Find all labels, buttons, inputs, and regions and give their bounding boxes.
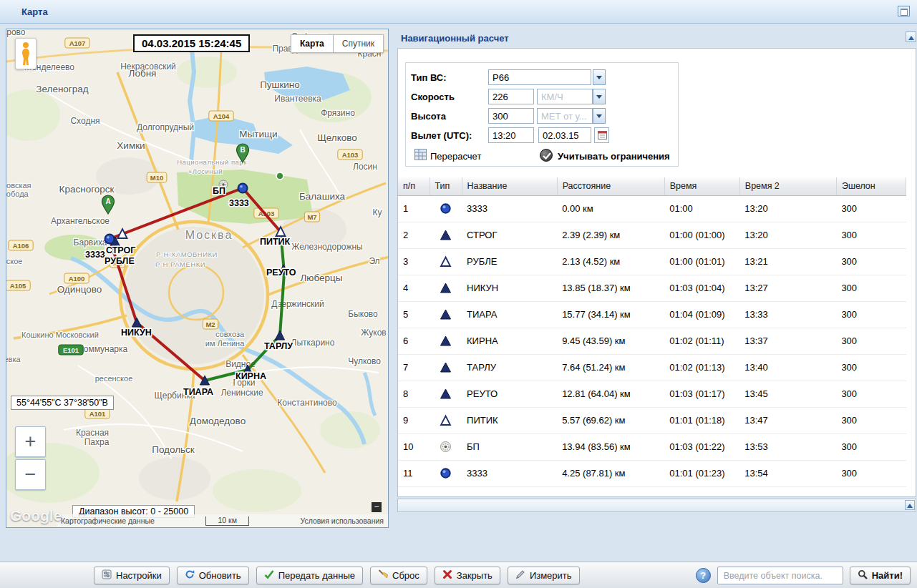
road-badge: М2	[203, 319, 218, 329]
recalculate-link[interactable]: Перерасчет	[430, 151, 481, 162]
map-marker-dot[interactable]	[105, 235, 115, 244]
refresh-button[interactable]: Обновить	[177, 567, 249, 584]
table-row[interactable]: 8РЕУТО12.81 (64.04) км01:03 (01:17)13:45…	[398, 381, 906, 407]
altitude-unit-field[interactable]	[537, 108, 593, 124]
map-view-button[interactable]: Карта	[291, 34, 334, 53]
map-town-label: Барвиха	[74, 237, 107, 248]
help-icon[interactable]: ?	[696, 568, 711, 583]
cell-index: 8	[398, 381, 430, 407]
table-row[interactable]: 9ПИТИК5.57 (69.62) км01:01 (01:18)13:473…	[398, 407, 906, 433]
waypoint-label: СТРОГ	[106, 245, 135, 255]
cell-time: 01:03 (01:22)	[664, 433, 739, 460]
aircraft-type-input[interactable]	[488, 69, 591, 85]
map-marker-dot[interactable]	[238, 184, 248, 193]
col-type[interactable]: Тип	[430, 177, 462, 195]
scroll-up-button[interactable]	[906, 31, 916, 42]
table-row[interactable]: 5ТИАРА15.77 (34.14) км01:04 (01:09)13:33…	[398, 301, 906, 328]
find-button[interactable]: Найти!	[850, 567, 911, 584]
table-row[interactable]: 6КИРНА9.45 (43.59) км01:02 (01:11)13:373…	[398, 328, 906, 354]
col-distance[interactable]: Расстояние	[557, 177, 664, 195]
search-input[interactable]	[717, 567, 843, 584]
cell-name: ТАРЛУ	[462, 354, 557, 381]
pegman-icon[interactable]	[15, 38, 37, 69]
speed-unit-field[interactable]	[537, 89, 593, 104]
cell-distance: 7.64 (51.24) км	[557, 354, 664, 381]
map-town-label: Мытищи	[239, 129, 277, 139]
cell-level: 300	[836, 222, 906, 248]
zoom-out-button[interactable]: −	[15, 459, 46, 490]
speed-input[interactable]	[488, 89, 534, 104]
map-canvas[interactable]: СофриноКраснаровоНекрасовскийПравдинский…	[6, 29, 389, 528]
svg-text:A: A	[105, 197, 110, 205]
map-town-label: Красногорск	[59, 184, 115, 195]
altitude-unit-dropdown[interactable]	[593, 108, 606, 124]
altitude-input[interactable]	[488, 108, 534, 124]
departure-time-input[interactable]	[488, 127, 534, 143]
speed-unit-dropdown[interactable]	[593, 89, 606, 104]
road-badge: А105	[6, 280, 30, 290]
svg-text:М7: М7	[307, 213, 316, 221]
svg-text:А107: А107	[69, 39, 86, 47]
map-panel[interactable]: СофриноКраснаровоНекрасовскийПравдинский…	[6, 29, 389, 528]
cell-distance: 12.81 (64.04) км	[557, 381, 664, 407]
cell-level: 300	[836, 460, 906, 486]
window-title: Карта	[21, 6, 48, 17]
map-town-label: Константиново	[277, 398, 337, 408]
speed-label: Скорость	[411, 92, 455, 102]
cell-index: 10	[398, 433, 430, 460]
collapse-scale-icon[interactable]: −	[372, 502, 382, 512]
departure-date-input[interactable]	[538, 127, 591, 143]
recalculate-icon[interactable]	[414, 149, 427, 162]
restrictions-checkbox[interactable]	[540, 149, 553, 162]
table-row[interactable]: 7ТАРЛУ7.64 (51.24) км01:02 (01:13)13:403…	[398, 354, 906, 381]
flight-parameters-form: Тип ВС: Скорость Высота Вылет (UTC):	[405, 62, 679, 167]
table-row[interactable]: 2СТРОГ2.39 (2.39) км01:00 (01:00)13:2030…	[398, 222, 906, 248]
cell-index: 1	[398, 195, 430, 222]
col-name[interactable]: Название	[462, 177, 557, 195]
coordinates-readout: 55°44'55"C 37°38'50"В	[11, 396, 114, 410]
aircraft-type-dropdown[interactable]	[593, 69, 606, 85]
col-time[interactable]: Время	[664, 177, 739, 195]
map-attribution-bar: Картографические данные 10 км Условия ис…	[57, 514, 388, 527]
route-table-header: п/п Тип Название Расстояние Время Время …	[398, 177, 906, 195]
reset-button[interactable]: Сброс	[370, 567, 427, 584]
expand-panel-button[interactable]	[905, 500, 915, 510]
table-row[interactable]: 133330.00 км01:0013:20300	[398, 195, 906, 222]
cell-time2: 13:54	[739, 460, 836, 486]
terms-link[interactable]: Условия использования	[300, 516, 384, 525]
table-row[interactable]: 4НИКУН13.85 (18.37) км01:03 (01:04)13:27…	[398, 275, 906, 301]
map-town-label: Ивантеевка	[274, 94, 321, 104]
satellite-view-button[interactable]: Спутник	[334, 34, 384, 53]
settings-button[interactable]: Настройки	[94, 567, 170, 584]
table-row[interactable]: 1133334.25 (87.81) км01:01 (01:23)13:543…	[398, 460, 906, 486]
col-time2[interactable]: Время 2	[739, 177, 836, 195]
table-row[interactable]: 10БП13.94 (83.56) км01:03 (01:22)13:5330…	[398, 433, 906, 460]
bottom-toolbar: НастройкиОбновитьПередать данныеСбросЗак…	[0, 562, 917, 588]
col-index[interactable]: п/п	[398, 177, 430, 195]
calendar-button[interactable]	[594, 127, 609, 143]
table-row[interactable]: 3РУБЛЕ2.13 (4.52) км01:00 (01:01)13:2130…	[398, 248, 906, 275]
cell-level: 300	[836, 381, 906, 407]
map-town-label: евка	[6, 355, 21, 363]
map-town-label: Одинцово	[57, 284, 102, 295]
svg-text:А103: А103	[342, 151, 359, 159]
svg-text:А100: А100	[69, 275, 85, 283]
map-town-label: Ленинские	[220, 388, 263, 398]
map-marker-park[interactable]	[276, 172, 283, 180]
restore-window-icon[interactable]	[898, 6, 910, 16]
waypoint-type-icon	[430, 275, 462, 301]
close-button[interactable]: Закрыть	[435, 567, 500, 584]
map-town-label: Лобня	[129, 68, 157, 79]
cell-time: 01:00 (01:00)	[664, 222, 739, 248]
cell-time: 01:03 (01:04)	[664, 275, 739, 301]
measure-button[interactable]: Измерить	[508, 567, 580, 584]
map-town-label: Архангельское	[51, 216, 110, 226]
col-level[interactable]: Эшелон	[836, 177, 906, 195]
zoom-in-button[interactable]: +	[15, 426, 46, 457]
road-badge: М7	[304, 212, 319, 222]
cell-distance: 13.85 (18.37) км	[557, 275, 664, 301]
map-town-label: Лосин	[353, 162, 377, 172]
transmit-data-button[interactable]: Передать данные	[256, 567, 363, 584]
map-town-label: Р-Н ХАМОВНИКИ	[156, 250, 218, 258]
cell-time: 01:04 (01:09)	[664, 301, 739, 328]
